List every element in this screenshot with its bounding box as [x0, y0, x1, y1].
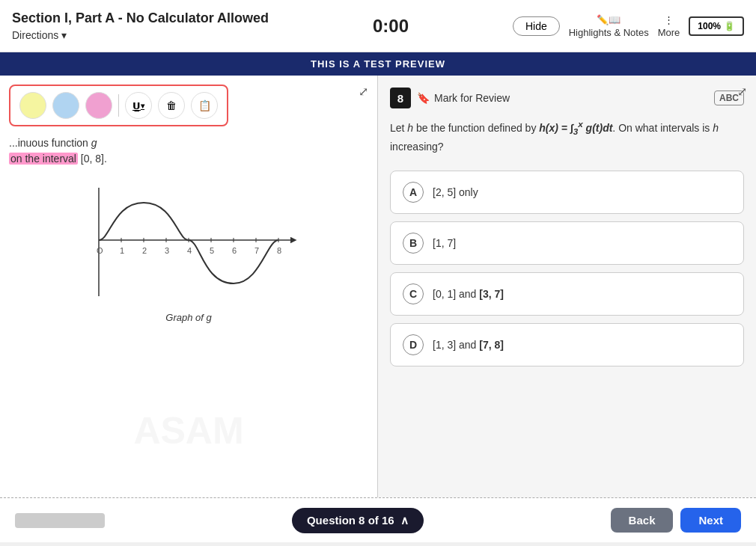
pencil-book-icon: ✏️📖 — [597, 14, 621, 25]
svg-text:7: 7 — [254, 246, 259, 255]
main-content: ⤢ U̲ ▾ 🗑 📋 ...inuous function g on the i… — [0, 76, 756, 497]
question-counter-button[interactable]: Question 8 of 16 ∧ — [292, 508, 424, 533]
yellow-highlighter-button[interactable] — [19, 92, 46, 119]
left-panel: ⤢ U̲ ▾ 🗑 📋 ...inuous function g on the i… — [0, 76, 378, 497]
delete-annotation-button[interactable]: 🗑 — [158, 92, 185, 119]
footer-nav: Back Next — [611, 508, 741, 533]
underline-dropdown-icon: ▾ — [141, 102, 144, 110]
highlights-notes-button[interactable]: ✏️📖 Highlights & Notes — [569, 14, 649, 38]
timer-display: 0:00 — [373, 16, 409, 37]
question-body: Let h be the function defined by h(x) = … — [390, 117, 744, 156]
svg-text:O: O — [97, 246, 103, 255]
question-number-area: 8 🔖 Mark for Review — [390, 88, 510, 108]
expand-icon[interactable]: ⤢ — [359, 85, 368, 99]
choice-a-text: [2, 5] only — [433, 186, 478, 198]
expand-right-icon[interactable]: ⤢ — [737, 85, 747, 99]
blue-highlighter-button[interactable] — [52, 92, 79, 119]
svg-text:4: 4 — [187, 246, 192, 255]
header-left: Section I, Part A - No Calculator Allowe… — [12, 10, 269, 41]
graph-svg: O 1 2 3 4 5 6 7 8 — [69, 173, 308, 307]
question-text-left: ...inuous function g on the interval [0,… — [9, 135, 368, 167]
highlighted-text: on the interval — [9, 153, 78, 165]
trash-icon: 🗑 — [166, 99, 177, 111]
directions-button[interactable]: Directions ▾ — [12, 29, 269, 41]
question-counter-label: Question 8 of 16 — [307, 514, 394, 527]
more-dots-icon: ⋮ — [664, 14, 674, 25]
interval-text: [0, 8]. — [81, 153, 107, 165]
back-button[interactable]: Back — [611, 508, 674, 533]
mark-review-button[interactable]: 🔖 Mark for Review — [417, 92, 510, 104]
hide-button[interactable]: Hide — [513, 16, 560, 36]
svg-text:8: 8 — [277, 246, 281, 255]
highlights-label: Highlights & Notes — [569, 27, 649, 38]
add-note-button[interactable]: 📋 — [191, 92, 218, 119]
more-button[interactable]: ⋮ More — [658, 14, 680, 38]
svg-text:5: 5 — [210, 246, 214, 255]
choice-b[interactable]: B [1, 7] — [390, 221, 744, 265]
graph-label: Graph of g — [165, 312, 211, 323]
pink-highlighter-button[interactable] — [85, 92, 112, 119]
footer: Question 8 of 16 ∧ Back Next — [0, 497, 756, 542]
choice-d-letter: D — [403, 334, 424, 355]
choice-a-letter: A — [403, 182, 424, 203]
next-button[interactable]: Next — [680, 508, 741, 533]
battery-percent: 100% — [698, 21, 721, 31]
chevron-up-icon: ∧ — [400, 514, 409, 527]
choice-d[interactable]: D [1, 3] and [7, 8] — [390, 323, 744, 366]
choice-a[interactable]: A [2, 5] only — [390, 171, 744, 214]
section-title: Section I, Part A - No Calculator Allowe… — [12, 10, 269, 26]
note-icon: 📋 — [198, 99, 211, 111]
battery-icon: 🔋 — [724, 21, 735, 31]
mark-review-label: Mark for Review — [434, 92, 510, 104]
watermark: ASAM — [133, 409, 243, 453]
svg-text:3: 3 — [165, 246, 169, 255]
question-header: 8 🔖 Mark for Review ABC — [390, 88, 744, 108]
directions-label: Directions — [12, 29, 58, 41]
underline-icon: U̲ — [132, 100, 141, 111]
choice-c-letter: C — [403, 283, 424, 304]
choice-b-text: [1, 7] — [433, 237, 456, 249]
question-prefix: ...inuous function g — [9, 137, 97, 149]
svg-text:6: 6 — [232, 246, 237, 255]
svg-text:2: 2 — [142, 246, 147, 255]
choice-d-text: [1, 3] and [7, 8] — [433, 339, 504, 351]
chevron-down-icon: ▾ — [61, 29, 67, 41]
annotation-toolbar: U̲ ▾ 🗑 📋 — [9, 85, 228, 126]
header-right: Hide ✏️📖 Highlights & Notes ⋮ More 100% … — [513, 14, 744, 38]
right-panel: ⤢ 8 🔖 Mark for Review ABC Let h be the f… — [378, 76, 756, 497]
toolbar-separator — [118, 94, 119, 117]
preview-banner: THIS IS A TEST PREVIEW — [0, 52, 756, 76]
more-label: More — [658, 27, 680, 38]
choice-c-text: [0, 1] and [3, 7] — [433, 288, 504, 300]
choice-c[interactable]: C [0, 1] and [3, 7] — [390, 272, 744, 316]
choice-b-letter: B — [403, 233, 424, 254]
footer-progress-bar — [15, 513, 105, 528]
svg-text:1: 1 — [120, 246, 124, 255]
underline-button[interactable]: U̲ ▾ — [125, 92, 152, 119]
graph-area: O 1 2 3 4 5 6 7 8 — [9, 173, 368, 323]
battery-indicator: 100% 🔋 — [689, 16, 744, 36]
bookmark-icon: 🔖 — [417, 92, 430, 104]
question-number-badge: 8 — [390, 88, 411, 108]
answer-choices: A [2, 5] only B [1, 7] C [0, 1] and [3, … — [390, 171, 744, 366]
header: Section I, Part A - No Calculator Allowe… — [0, 0, 756, 52]
